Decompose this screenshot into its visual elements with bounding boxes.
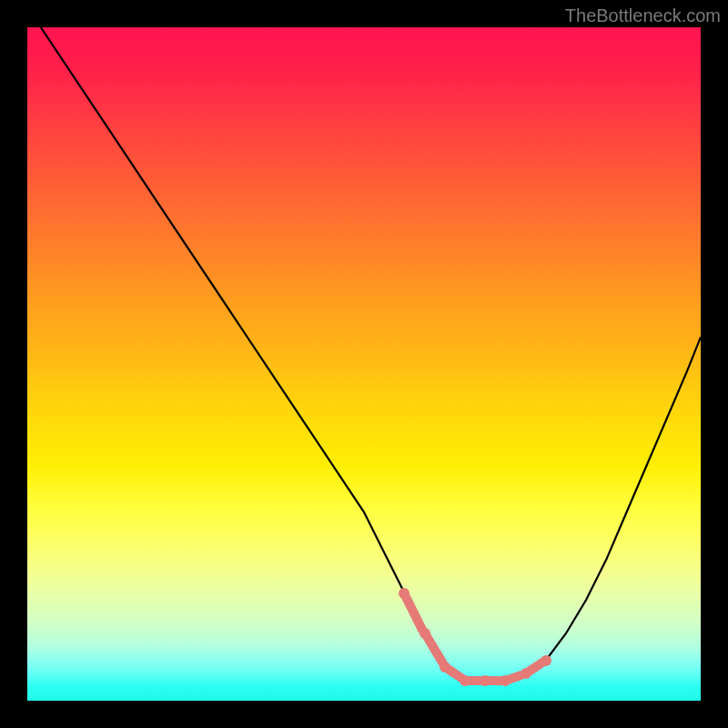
watermark-text: TheBottleneck.com xyxy=(565,5,721,26)
highlight-dot xyxy=(541,655,551,666)
chart-plot-area xyxy=(27,27,701,701)
bottleneck-curve xyxy=(27,27,701,701)
